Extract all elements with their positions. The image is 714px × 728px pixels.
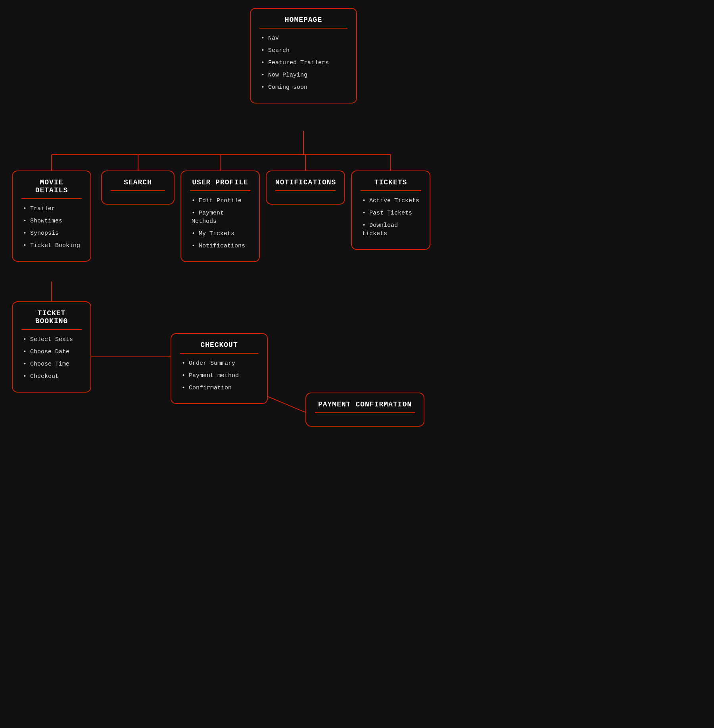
list-item: Nav bbox=[259, 34, 347, 42]
movie-details-items: TrailerShowtimesSynopsisTicket Booking bbox=[21, 205, 82, 250]
homepage-title: HOMEPAGE bbox=[259, 16, 347, 29]
checkout-items: Order SummaryPayment methodConfirmation bbox=[180, 359, 258, 392]
diagram: HOMEPAGE NavSearchFeatured TrailersNow P… bbox=[0, 0, 714, 728]
movie-details-node: MOVIE DETAILS TrailerShowtimesSynopsisTi… bbox=[12, 171, 91, 262]
list-item: Confirmation bbox=[180, 384, 258, 392]
payment-confirmation-node: PAYMENT CONFIRMATION bbox=[305, 393, 424, 427]
movie-details-title: MOVIE DETAILS bbox=[21, 178, 82, 199]
list-item: Payment method bbox=[180, 372, 258, 380]
list-item: Coming soon bbox=[259, 83, 347, 92]
list-item: Select Seats bbox=[21, 335, 82, 344]
list-item: Checkout bbox=[21, 372, 82, 381]
list-item: Featured Trailers bbox=[259, 59, 347, 67]
svg-line-13 bbox=[268, 397, 305, 412]
user-profile-items: Edit ProfilePayment MethodsMy TicketsNot… bbox=[190, 197, 250, 250]
search-title: SEARCH bbox=[111, 178, 165, 191]
list-item: Synopsis bbox=[21, 229, 82, 238]
tickets-node: TICKETS Active TicketsPast TicketsDownlo… bbox=[351, 171, 430, 250]
list-item: Past Tickets bbox=[361, 209, 421, 217]
list-item: Choose Time bbox=[21, 360, 82, 368]
list-item: Choose Date bbox=[21, 348, 82, 356]
homepage-node: HOMEPAGE NavSearchFeatured TrailersNow P… bbox=[250, 8, 357, 103]
payment-confirmation-title: PAYMENT CONFIRMATION bbox=[315, 400, 415, 413]
connectors-svg bbox=[0, 0, 714, 728]
list-item: Ticket Booking bbox=[21, 241, 82, 250]
ticket-booking-title: TICKET BOOKING bbox=[21, 309, 82, 330]
list-item: Order Summary bbox=[180, 359, 258, 368]
list-item: Trailer bbox=[21, 205, 82, 213]
list-item: My Tickets bbox=[190, 230, 250, 238]
list-item: Now Playing bbox=[259, 71, 347, 79]
list-item: Active Tickets bbox=[361, 197, 421, 205]
tickets-items: Active TicketsPast TicketsDownload ticke… bbox=[361, 197, 421, 238]
user-profile-title: USER PROFILE bbox=[190, 178, 250, 191]
list-item: Payment Methods bbox=[190, 209, 250, 226]
ticket-booking-items: Select SeatsChoose DateChoose TimeChecko… bbox=[21, 335, 82, 381]
list-item: Search bbox=[259, 46, 347, 55]
list-item: Edit Profile bbox=[190, 197, 250, 205]
notifications-title: NOTIFICATIONS bbox=[275, 178, 336, 191]
notifications-node: NOTIFICATIONS bbox=[266, 171, 345, 205]
tickets-title: TICKETS bbox=[361, 178, 421, 191]
homepage-items: NavSearchFeatured TrailersNow PlayingCom… bbox=[259, 34, 347, 92]
checkout-title: CHECKOUT bbox=[180, 341, 258, 354]
list-item: Showtimes bbox=[21, 217, 82, 225]
user-profile-node: USER PROFILE Edit ProfilePayment Methods… bbox=[180, 171, 260, 262]
ticket-booking-node: TICKET BOOKING Select SeatsChoose DateCh… bbox=[12, 301, 91, 393]
list-item: Notifications bbox=[190, 242, 250, 250]
checkout-node: CHECKOUT Order SummaryPayment methodConf… bbox=[171, 333, 268, 404]
search-node: SEARCH bbox=[101, 171, 175, 205]
list-item: Download tickets bbox=[361, 221, 421, 238]
